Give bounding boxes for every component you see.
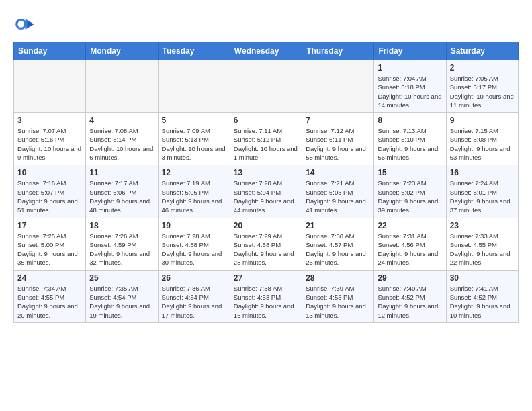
day-number: 8 — [378, 116, 442, 125]
calendar-day-cell: 22Sunrise: 7:31 AM Sunset: 4:56 PM Dayli… — [374, 218, 446, 270]
day-number: 25 — [89, 273, 154, 283]
day-number: 7 — [306, 116, 370, 125]
day-of-week-header: Saturday — [446, 42, 518, 60]
logo[interactable] — [13, 13, 38, 35]
day-number: 5 — [162, 116, 226, 125]
day-info: Sunrise: 7:34 AM Sunset: 4:55 PM Dayligh… — [17, 284, 82, 320]
day-number: 4 — [89, 116, 154, 125]
calendar-day-cell: 19Sunrise: 7:28 AM Sunset: 4:58 PM Dayli… — [158, 218, 230, 270]
day-number: 26 — [162, 273, 226, 283]
day-info: Sunrise: 7:41 AM Sunset: 4:52 PM Dayligh… — [450, 284, 515, 320]
day-number: 3 — [17, 116, 82, 125]
day-number: 11 — [89, 168, 154, 177]
day-number: 13 — [234, 168, 298, 177]
day-info: Sunrise: 7:24 AM Sunset: 5:01 PM Dayligh… — [450, 179, 515, 214]
calendar-week-row: 24Sunrise: 7:34 AM Sunset: 4:55 PM Dayli… — [14, 270, 519, 322]
day-info: Sunrise: 7:08 AM Sunset: 5:14 PM Dayligh… — [89, 126, 154, 162]
calendar-day-cell: 5Sunrise: 7:09 AM Sunset: 5:13 PM Daylig… — [158, 113, 230, 165]
day-info: Sunrise: 7:15 AM Sunset: 5:08 PM Dayligh… — [450, 126, 515, 162]
day-info: Sunrise: 7:31 AM Sunset: 4:56 PM Dayligh… — [378, 232, 442, 267]
day-number: 2 — [450, 63, 515, 73]
calendar-week-row: 3Sunrise: 7:07 AM Sunset: 5:16 PM Daylig… — [14, 113, 519, 165]
svg-point-1 — [17, 21, 24, 28]
calendar-day-cell: 30Sunrise: 7:41 AM Sunset: 4:52 PM Dayli… — [446, 270, 518, 322]
calendar-table: SundayMondayTuesdayWednesdayThursdayFrid… — [13, 42, 519, 323]
day-info: Sunrise: 7:20 AM Sunset: 5:04 PM Dayligh… — [234, 179, 298, 214]
day-info: Sunrise: 7:17 AM Sunset: 5:06 PM Dayligh… — [89, 179, 154, 214]
calendar-day-cell: 29Sunrise: 7:40 AM Sunset: 4:52 PM Dayli… — [374, 270, 446, 322]
day-number: 24 — [17, 273, 82, 283]
calendar-day-cell: 18Sunrise: 7:26 AM Sunset: 4:59 PM Dayli… — [86, 218, 158, 270]
calendar-day-cell: 26Sunrise: 7:36 AM Sunset: 4:54 PM Dayli… — [158, 270, 230, 322]
day-number: 1 — [378, 63, 442, 73]
calendar-day-cell: 3Sunrise: 7:07 AM Sunset: 5:16 PM Daylig… — [14, 113, 86, 165]
day-number: 21 — [306, 221, 370, 230]
calendar-day-cell: 25Sunrise: 7:35 AM Sunset: 4:54 PM Dayli… — [86, 270, 158, 322]
day-number: 17 — [17, 221, 82, 230]
day-info: Sunrise: 7:29 AM Sunset: 4:58 PM Dayligh… — [234, 232, 298, 267]
calendar-day-cell: 14Sunrise: 7:21 AM Sunset: 5:03 PM Dayli… — [302, 165, 374, 218]
day-info: Sunrise: 7:28 AM Sunset: 4:58 PM Dayligh… — [162, 232, 226, 267]
day-info: Sunrise: 7:33 AM Sunset: 4:55 PM Dayligh… — [450, 232, 515, 267]
day-number: 28 — [306, 273, 370, 283]
calendar-week-row: 1Sunrise: 7:04 AM Sunset: 5:18 PM Daylig… — [14, 60, 519, 113]
svg-marker-3 — [28, 21, 34, 28]
calendar-day-cell: 28Sunrise: 7:39 AM Sunset: 4:53 PM Dayli… — [302, 270, 374, 322]
day-of-week-header: Friday — [374, 42, 446, 60]
day-info: Sunrise: 7:19 AM Sunset: 5:05 PM Dayligh… — [162, 179, 226, 214]
day-info: Sunrise: 7:35 AM Sunset: 4:54 PM Dayligh… — [89, 284, 154, 320]
calendar-day-cell — [86, 60, 158, 113]
day-number: 16 — [450, 168, 515, 177]
calendar-day-cell: 15Sunrise: 7:23 AM Sunset: 5:02 PM Dayli… — [374, 165, 446, 218]
calendar-header-row: SundayMondayTuesdayWednesdayThursdayFrid… — [14, 42, 519, 60]
day-info: Sunrise: 7:26 AM Sunset: 4:59 PM Dayligh… — [89, 232, 154, 267]
calendar-day-cell: 17Sunrise: 7:25 AM Sunset: 5:00 PM Dayli… — [14, 218, 86, 270]
day-info: Sunrise: 7:13 AM Sunset: 5:10 PM Dayligh… — [378, 126, 442, 162]
calendar-day-cell: 20Sunrise: 7:29 AM Sunset: 4:58 PM Dayli… — [230, 218, 302, 270]
day-number: 19 — [162, 221, 226, 230]
calendar-day-cell: 27Sunrise: 7:38 AM Sunset: 4:53 PM Dayli… — [230, 270, 302, 322]
day-number: 22 — [378, 221, 442, 230]
calendar-day-cell — [230, 60, 302, 113]
day-number: 20 — [234, 221, 298, 230]
calendar-day-cell — [158, 60, 230, 113]
day-info: Sunrise: 7:39 AM Sunset: 4:53 PM Dayligh… — [306, 284, 370, 320]
calendar-day-cell — [14, 60, 86, 113]
calendar-day-cell: 9Sunrise: 7:15 AM Sunset: 5:08 PM Daylig… — [446, 113, 518, 165]
calendar-day-cell: 11Sunrise: 7:17 AM Sunset: 5:06 PM Dayli… — [86, 165, 158, 218]
day-info: Sunrise: 7:04 AM Sunset: 5:18 PM Dayligh… — [378, 74, 442, 109]
calendar-day-cell: 10Sunrise: 7:16 AM Sunset: 5:07 PM Dayli… — [14, 165, 86, 218]
calendar-week-row: 17Sunrise: 7:25 AM Sunset: 5:00 PM Dayli… — [14, 218, 519, 270]
day-of-week-header: Tuesday — [158, 42, 230, 60]
calendar-day-cell: 24Sunrise: 7:34 AM Sunset: 4:55 PM Dayli… — [14, 270, 86, 322]
day-of-week-header: Sunday — [14, 42, 86, 60]
day-number: 27 — [234, 273, 298, 283]
calendar-day-cell: 8Sunrise: 7:13 AM Sunset: 5:10 PM Daylig… — [374, 113, 446, 165]
day-info: Sunrise: 7:23 AM Sunset: 5:02 PM Dayligh… — [378, 179, 442, 214]
day-info: Sunrise: 7:11 AM Sunset: 5:12 PM Dayligh… — [234, 126, 298, 162]
calendar-day-cell: 2Sunrise: 7:05 AM Sunset: 5:17 PM Daylig… — [446, 60, 518, 113]
day-number: 29 — [378, 273, 442, 283]
day-number: 10 — [17, 168, 82, 177]
day-info: Sunrise: 7:09 AM Sunset: 5:13 PM Dayligh… — [162, 126, 226, 162]
calendar-day-cell: 4Sunrise: 7:08 AM Sunset: 5:14 PM Daylig… — [86, 113, 158, 165]
calendar-day-cell: 12Sunrise: 7:19 AM Sunset: 5:05 PM Dayli… — [158, 165, 230, 218]
day-number: 15 — [378, 168, 442, 177]
day-info: Sunrise: 7:21 AM Sunset: 5:03 PM Dayligh… — [306, 179, 370, 214]
day-number: 23 — [450, 221, 515, 230]
day-of-week-header: Monday — [86, 42, 158, 60]
day-number: 12 — [162, 168, 226, 177]
day-of-week-header: Wednesday — [230, 42, 302, 60]
day-number: 9 — [450, 116, 515, 125]
day-number: 6 — [234, 116, 298, 125]
day-info: Sunrise: 7:38 AM Sunset: 4:53 PM Dayligh… — [234, 284, 298, 320]
calendar-day-cell: 7Sunrise: 7:12 AM Sunset: 5:11 PM Daylig… — [302, 113, 374, 165]
day-info: Sunrise: 7:12 AM Sunset: 5:11 PM Dayligh… — [306, 126, 370, 162]
calendar-day-cell: 23Sunrise: 7:33 AM Sunset: 4:55 PM Dayli… — [446, 218, 518, 270]
day-info: Sunrise: 7:25 AM Sunset: 5:00 PM Dayligh… — [17, 232, 82, 267]
calendar-day-cell: 6Sunrise: 7:11 AM Sunset: 5:12 PM Daylig… — [230, 113, 302, 165]
calendar-day-cell: 21Sunrise: 7:30 AM Sunset: 4:57 PM Dayli… — [302, 218, 374, 270]
calendar-week-row: 10Sunrise: 7:16 AM Sunset: 5:07 PM Dayli… — [14, 165, 519, 218]
calendar-day-cell: 1Sunrise: 7:04 AM Sunset: 5:18 PM Daylig… — [374, 60, 446, 113]
day-info: Sunrise: 7:05 AM Sunset: 5:17 PM Dayligh… — [450, 74, 515, 109]
